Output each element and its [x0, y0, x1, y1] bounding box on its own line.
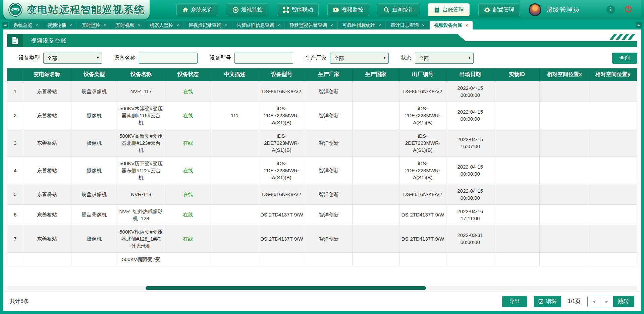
top-header: 变电站远程智能巡视系统 系统总览 巡视监控 智能联动 视频监控 查询统计 台账管…: [0, 0, 644, 19]
tab-close-icon[interactable]: ×: [225, 23, 227, 28]
tab-close-icon[interactable]: ×: [379, 23, 381, 28]
cell-date: 2022-03-31 00:00:00: [446, 225, 494, 252]
tab-label: 可靠性指标统计: [342, 22, 375, 28]
cell-date: 2022-04-15 00:00:00: [446, 156, 494, 184]
cell-no: 4: [7, 156, 23, 184]
export-button[interactable]: 导出: [502, 296, 527, 307]
nav-label: 视频监控: [342, 6, 363, 13]
cell-posy: [589, 184, 637, 204]
logout-power-icon[interactable]: [624, 5, 633, 15]
status-select[interactable]: 全部: [415, 53, 474, 64]
device-name-input[interactable]: [139, 53, 198, 64]
cell-desc: [211, 81, 258, 102]
tab-close-icon[interactable]: ×: [70, 23, 72, 28]
tab-item[interactable]: 机器人监控×: [145, 21, 183, 29]
nav-label: 查询统计: [392, 6, 414, 13]
column-header: 设备名称: [117, 68, 165, 81]
table-row: 5东善桥站硬盘录像机NVR-118在线DS-8616N-K8-V2智洋创新DS-…: [7, 184, 637, 204]
jump-button[interactable]: 跳转: [613, 296, 634, 307]
cell-posy: [589, 102, 637, 129]
tab-close-icon[interactable]: ×: [138, 23, 141, 28]
tab-close-icon[interactable]: ×: [104, 23, 106, 28]
cell-pid: [494, 252, 540, 266]
device-model-input[interactable]: [234, 53, 293, 64]
cell-serial: DS-2TD4137T-9/W: [399, 204, 446, 225]
nav-system-overview[interactable]: 系统总览: [176, 3, 218, 16]
cell-country: [352, 81, 399, 102]
cell-station: [23, 252, 71, 266]
nav-config-management[interactable]: 配置管理: [478, 3, 520, 16]
cell-no: 3: [7, 129, 23, 156]
tab-item[interactable]: 视频轮播×: [43, 21, 77, 29]
tab-label: 实时视频: [116, 22, 135, 28]
avatar[interactable]: [529, 3, 541, 16]
prev-page-button[interactable]: ◀: [588, 296, 600, 307]
page-titlebar: 视频设备台账: [7, 34, 637, 47]
nav-video-monitor[interactable]: 视频监控: [327, 3, 369, 16]
cell-date: [446, 252, 494, 266]
tab-scroll-left-icon[interactable]: ◀: [2, 22, 8, 28]
tab-item[interactable]: 实时监控×: [77, 21, 111, 29]
cell-pid: [494, 156, 540, 184]
cell-posx: [540, 204, 589, 225]
query-button[interactable]: 查询: [612, 53, 637, 64]
tab-scroll-right-icon[interactable]: ▶: [636, 22, 642, 28]
table-row: 6东善桥站硬盘录像机NVR_红外热成像球机_128在线DS-2TD4137T-9…: [7, 204, 637, 225]
cell-status: 在线: [165, 225, 211, 252]
tab-label: 机器人监控: [150, 22, 173, 28]
tab-item[interactable]: 静默监视告警查询×: [285, 21, 337, 29]
tab-close-icon[interactable]: ×: [278, 23, 280, 28]
tab-close-icon[interactable]: ×: [422, 23, 425, 28]
cell-date: 2022-04-15 16:07:00: [446, 129, 494, 156]
info-icon[interactable]: i: [606, 5, 615, 14]
nav-patrol-monitor[interactable]: 巡视监控: [227, 3, 268, 16]
cell-country: [352, 204, 399, 225]
tab-label: 实时监控: [82, 22, 100, 28]
cell-type: 硬盘录像机: [71, 184, 117, 204]
tab-label: 告警缺陷信息查询: [237, 22, 274, 28]
tab-item[interactable]: 视频设备台账×: [430, 21, 473, 29]
nav-query-stats[interactable]: 查询统计: [378, 3, 419, 16]
table-row: 4东善桥站摄像机500KV历下变#变压器东侧#122#云台机在线iDS-2DE7…: [7, 156, 637, 184]
tab-close-icon[interactable]: ×: [466, 23, 468, 28]
edit-label: 编辑: [546, 298, 556, 305]
export-label: 导出: [509, 298, 520, 305]
nav-smart-linkage[interactable]: 智能联动: [277, 3, 319, 16]
cell-station: 东善桥站: [23, 156, 71, 184]
user-name: 超级管理员: [546, 5, 580, 14]
column-header: 出场日期: [446, 68, 494, 81]
tab-item[interactable]: 审计日志查询×: [386, 21, 429, 29]
vendor-select[interactable]: 全部: [330, 53, 389, 64]
tab-item[interactable]: 告警缺陷信息查询×: [232, 21, 285, 29]
home-icon: [182, 7, 189, 13]
tab-item[interactable]: 可靠性指标统计×: [338, 21, 386, 29]
cell-vendor: 智洋创新: [305, 129, 353, 156]
cell-vendor: 智洋创新: [305, 184, 353, 204]
nav-label: 巡视监控: [241, 6, 263, 13]
edit-button[interactable]: 编辑: [534, 296, 561, 307]
cell-no: 6: [7, 204, 23, 225]
column-header: 中文描述: [211, 68, 258, 81]
cell-pid: [494, 81, 540, 102]
cell-posx: [540, 81, 589, 102]
cell-posy: [589, 81, 637, 102]
tab-item[interactable]: 实时视频×: [111, 21, 145, 29]
tab-close-icon[interactable]: ×: [36, 23, 38, 28]
tab-item[interactable]: 系统总览×: [9, 21, 43, 29]
tab-close-icon[interactable]: ×: [176, 23, 179, 28]
device-type-select[interactable]: 全部: [43, 53, 102, 64]
footer-bar: 共计8条 导出 编辑 1/1页 ◀ ▶ 跳转: [3, 292, 641, 311]
cell-station: 东善桥站: [23, 225, 71, 252]
nav-ledger-management[interactable]: 台账管理: [428, 3, 470, 16]
cell-date: 2022-04-16 17:11:00: [446, 204, 494, 225]
next-page-button[interactable]: ▶: [600, 296, 613, 307]
cell-no: [7, 252, 23, 266]
column-header: 实物ID: [494, 68, 540, 81]
cell-pid: [494, 129, 540, 156]
cell-type: 摄像机: [71, 102, 117, 129]
cell-status: 在线: [165, 204, 211, 225]
scrollbar-thumb[interactable]: [146, 286, 426, 290]
tab-close-icon[interactable]: ×: [330, 23, 333, 28]
cell-posx: [540, 156, 589, 184]
tab-item[interactable]: 巡视点记录查询×: [184, 21, 232, 29]
